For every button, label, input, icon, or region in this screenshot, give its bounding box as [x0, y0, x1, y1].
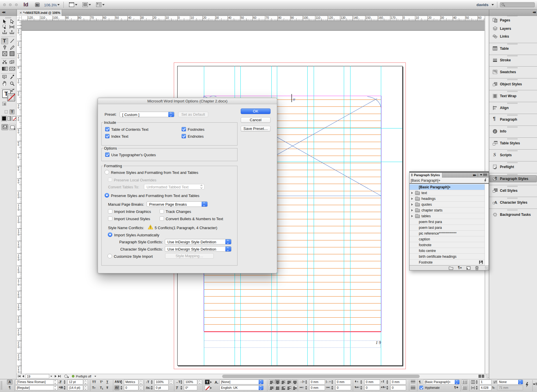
svg-text:!: !: [150, 226, 151, 229]
svg-text:#: #: [293, 97, 295, 102]
